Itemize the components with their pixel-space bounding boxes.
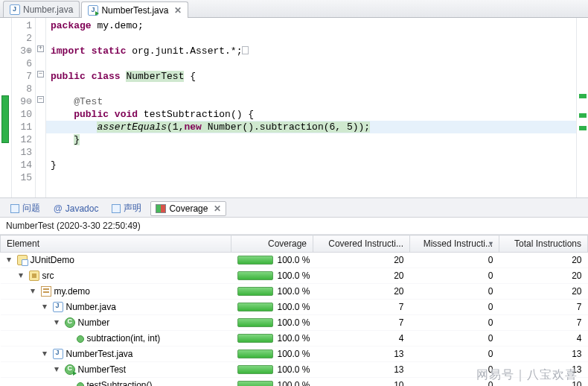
coverage-pct: 100.0 % bbox=[278, 333, 310, 344]
missed-count: 0 bbox=[410, 253, 499, 268]
twisty-icon[interactable]: ▾ bbox=[42, 348, 50, 358]
missed-count: 0 bbox=[410, 268, 499, 284]
coverage-ruler bbox=[0, 18, 12, 197]
fold-gutter: + − − bbox=[36, 18, 46, 197]
pkg-icon bbox=[41, 286, 51, 297]
table-row[interactable]: subtraction(int, int)100.0 %404 bbox=[1, 331, 588, 347]
close-icon[interactable]: ✕ bbox=[211, 203, 221, 214]
tab-label: Number.java bbox=[23, 4, 73, 15]
total-count: 7 bbox=[499, 300, 588, 315]
fold-toggle[interactable]: + bbox=[37, 45, 44, 52]
overview-ruler[interactable] bbox=[576, 18, 588, 197]
table-row[interactable]: ▾Number100.0 %707 bbox=[1, 315, 588, 331]
tab-javadoc[interactable]: @ Javadoc bbox=[49, 202, 103, 215]
fold-toggle[interactable]: − bbox=[37, 96, 44, 103]
coverage-table: Element Coverage Covered Instructi... Mi… bbox=[0, 235, 588, 386]
coverage-bar bbox=[237, 256, 273, 265]
covered-count: 7 bbox=[313, 315, 410, 331]
table-row[interactable]: ▾NumberTest.java100.0 %13013 bbox=[1, 347, 588, 362]
total-count: 13 bbox=[499, 347, 588, 362]
coverage-bar bbox=[237, 381, 273, 386]
col-missed[interactable]: Missed Instructi...▼ bbox=[410, 235, 499, 253]
editor-tab-bar: Number.java NumberTest.java ✕ bbox=[0, 0, 588, 18]
coverage-pct: 100.0 % bbox=[278, 380, 310, 386]
table-row[interactable]: ▾src100.0 %20020 bbox=[1, 268, 588, 284]
covered-count: 13 bbox=[313, 362, 410, 378]
missed-count: 0 bbox=[410, 347, 499, 362]
mth-icon bbox=[77, 335, 84, 343]
element-name: src bbox=[42, 270, 54, 281]
tab-declaration[interactable]: 声明 bbox=[107, 200, 146, 216]
close-icon[interactable]: ✕ bbox=[171, 5, 182, 16]
table-row[interactable]: ▾Number.java100.0 %707 bbox=[1, 300, 588, 315]
coverage-mark bbox=[1, 95, 9, 143]
line-number-gutter: 1 2 3⊕ 6 7 8 9⊖ 10 11 12 13 14 15 bbox=[12, 18, 36, 197]
src-icon bbox=[29, 270, 39, 281]
javadoc-icon: @ bbox=[54, 203, 63, 214]
total-count: 7 bbox=[499, 315, 588, 331]
coverage-icon bbox=[156, 204, 166, 213]
sort-desc-icon: ▼ bbox=[488, 240, 494, 247]
twisty-icon[interactable]: ▾ bbox=[42, 301, 50, 311]
element-name: NumberTest.java bbox=[66, 349, 133, 359]
total-count: 4 bbox=[499, 331, 588, 347]
element-name: NumberTest bbox=[78, 364, 127, 375]
table-row[interactable]: ▾my.demo100.0 %20020 bbox=[1, 284, 588, 300]
watermark: 网易号｜八宝欢喜 bbox=[476, 367, 578, 383]
total-count: 20 bbox=[499, 268, 588, 284]
jf-icon bbox=[53, 302, 63, 312]
tab-problems[interactable]: 问题 bbox=[6, 200, 45, 216]
element-name: JUnitDemo bbox=[31, 255, 74, 265]
coverage-bar bbox=[237, 271, 273, 280]
coverage-bar bbox=[237, 303, 273, 311]
covered-count: 20 bbox=[313, 253, 410, 268]
coverage-bar bbox=[237, 318, 273, 327]
twisty-icon[interactable]: ▾ bbox=[54, 317, 62, 327]
tab-number-java[interactable]: Number.java bbox=[3, 1, 80, 17]
coverage-pct: 100.0 % bbox=[278, 302, 310, 312]
overview-mark bbox=[579, 94, 587, 98]
tab-coverage[interactable]: Coverage ✕ bbox=[150, 201, 226, 216]
mth-icon bbox=[77, 382, 84, 386]
col-element[interactable]: Element bbox=[1, 235, 231, 253]
coverage-bar bbox=[237, 287, 273, 296]
col-covered[interactable]: Covered Instructi... bbox=[313, 235, 410, 253]
col-coverage[interactable]: Coverage bbox=[231, 235, 313, 253]
coverage-pct: 100.0 % bbox=[278, 349, 310, 359]
coverage-bar bbox=[237, 349, 273, 358]
code-body[interactable]: package my.demo; import static org.junit… bbox=[46, 18, 576, 197]
overview-mark bbox=[579, 126, 587, 130]
element-name: my.demo bbox=[54, 286, 90, 297]
twisty-icon[interactable]: ▾ bbox=[7, 254, 14, 265]
overview-mark bbox=[579, 113, 587, 118]
total-count: 20 bbox=[499, 253, 588, 268]
declaration-icon bbox=[112, 204, 121, 213]
twisty-icon[interactable]: ▾ bbox=[19, 270, 26, 280]
twisty-icon[interactable]: ▾ bbox=[31, 285, 38, 296]
bottom-view-tabs: 问题 @ Javadoc 声明 Coverage ✕ bbox=[0, 198, 588, 218]
coverage-pct: 100.0 % bbox=[278, 270, 310, 281]
col-total[interactable]: Total Instructions bbox=[499, 235, 588, 253]
fold-toggle[interactable]: − bbox=[37, 71, 44, 77]
java-runnable-file-icon bbox=[88, 5, 98, 16]
covered-count: 13 bbox=[313, 347, 410, 362]
coverage-pct: 100.0 % bbox=[278, 364, 310, 375]
java-file-icon bbox=[10, 4, 20, 15]
code-editor[interactable]: 1 2 3⊕ 6 7 8 9⊖ 10 11 12 13 14 15 + − − … bbox=[0, 18, 588, 198]
covered-count: 20 bbox=[313, 284, 410, 300]
element-name: Number.java bbox=[66, 302, 116, 312]
covered-count: 7 bbox=[313, 300, 410, 315]
missed-count: 0 bbox=[410, 284, 499, 300]
element-name: subtraction(int, int) bbox=[87, 333, 161, 344]
table-row[interactable]: ▾JUnitDemo100.0 %20020 bbox=[1, 253, 588, 268]
proj-icon bbox=[17, 255, 28, 265]
twisty-icon[interactable]: ▾ bbox=[54, 364, 62, 374]
coverage-bar bbox=[237, 334, 273, 343]
missed-count: 0 bbox=[410, 331, 499, 347]
tab-numbertest-java[interactable]: NumberTest.java ✕ bbox=[81, 1, 188, 18]
cls-icon bbox=[65, 317, 75, 328]
total-count: 20 bbox=[499, 284, 588, 300]
missed-count: 0 bbox=[410, 300, 499, 315]
coverage-pct: 100.0 % bbox=[278, 286, 310, 297]
covered-count: 10 bbox=[313, 378, 410, 387]
